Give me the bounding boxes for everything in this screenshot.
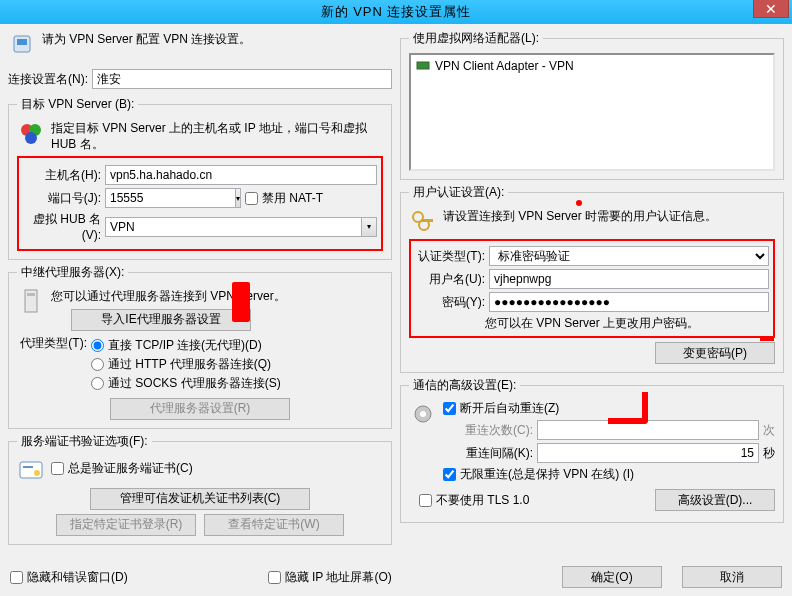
window-title: 新的 VPN 连接设置属性 xyxy=(321,3,472,21)
adapter-item-icon xyxy=(415,60,431,72)
pass-input[interactable] xyxy=(489,292,769,312)
svg-rect-10 xyxy=(417,62,429,69)
hide-ip-checkbox[interactable] xyxy=(268,571,281,584)
user-label: 用户名(U): xyxy=(415,271,485,288)
target-desc: 指定目标 VPN Server 上的主机名或 IP 地址，端口号和虚拟 HUB … xyxy=(51,119,383,152)
cancel-button[interactable]: 取消 xyxy=(682,566,782,588)
proxy-legend: 中继代理服务器(X): xyxy=(17,264,128,281)
proxy-server-icon xyxy=(17,287,45,315)
keys-icon xyxy=(409,207,437,235)
cert-icon xyxy=(17,456,45,484)
retry-interval-unit: 秒 xyxy=(763,445,775,462)
import-ie-button[interactable]: 导入IE代理服务器设置 xyxy=(71,309,251,331)
conn-name-label: 连接设置名(N): xyxy=(8,71,88,88)
auth-type-label: 认证类型(T): xyxy=(415,248,485,265)
svg-rect-8 xyxy=(23,466,33,468)
proxy-group: 中继代理服务器(X): 您可以通过代理服务器连接到 VPN Server。 导入… xyxy=(8,264,392,429)
advanced-legend: 通信的高级设置(E): xyxy=(409,377,520,394)
svg-point-15 xyxy=(420,411,426,417)
cert-legend: 服务端证书验证选项(F): xyxy=(17,433,152,450)
port-input[interactable] xyxy=(105,188,235,208)
cert-specify-button: 指定特定证书登录(R) xyxy=(56,514,196,536)
retry-interval-input[interactable] xyxy=(537,443,759,463)
host-input[interactable] xyxy=(105,165,377,185)
retry-interval-label: 重连间隔(K): xyxy=(443,445,533,462)
adapter-group: 使用虚拟网络适配器(L): VPN Client Adapter - VPN xyxy=(400,30,784,180)
cert-always-label: 总是验证服务端证书(C) xyxy=(68,460,193,477)
cert-manage-button[interactable]: 管理可信发证机关证书列表(C) xyxy=(90,488,310,510)
advanced-group: 通信的高级设置(E): 断开后自动重连(Z) 重连次数(C): 次 重连间隔(K… xyxy=(400,377,784,523)
cert-always-checkbox[interactable] xyxy=(51,462,64,475)
vpn-icon xyxy=(8,30,36,58)
hide-err-label: 隐藏和错误窗口(D) xyxy=(27,569,128,586)
svg-point-4 xyxy=(25,132,37,144)
target-server-group: 目标 VPN Server (B): 指定目标 VPN Server 上的主机名… xyxy=(8,96,392,260)
proxy-type-label: 代理类型(T): xyxy=(17,335,87,352)
infinite-retry-checkbox[interactable] xyxy=(443,468,456,481)
port-dropdown-arrow[interactable]: ▾ xyxy=(235,188,241,208)
svg-rect-6 xyxy=(27,293,35,296)
proxy-http-label: 通过 HTTP 代理服务器连接(Q) xyxy=(108,356,271,373)
no-tls10-label: 不要使用 TLS 1.0 xyxy=(436,492,529,509)
disable-nat-label: 禁用 NAT-T xyxy=(262,190,323,207)
config-header-text: 请为 VPN Server 配置 VPN 连接设置。 xyxy=(42,30,251,48)
hub-label: 虚拟 HUB 名(V): xyxy=(21,211,101,242)
adapter-listbox[interactable]: VPN Client Adapter - VPN xyxy=(409,53,775,171)
auth-type-select[interactable]: 标准密码验证 xyxy=(489,246,769,266)
cert-view-button: 查看特定证书(W) xyxy=(204,514,344,536)
auth-desc: 请设置连接到 VPN Server 时需要的用户认证信息。 xyxy=(443,207,717,225)
auto-reconnect-checkbox[interactable] xyxy=(443,402,456,415)
target-server-legend: 目标 VPN Server (B): xyxy=(17,96,138,113)
infinite-retry-label: 无限重连(总是保持 VPN 在线) (I) xyxy=(460,466,634,483)
hub-input[interactable] xyxy=(105,217,361,237)
proxy-http-radio[interactable] xyxy=(91,358,104,371)
proxy-settings-button: 代理服务器设置(R) xyxy=(110,398,290,420)
adapter-item-label: VPN Client Adapter - VPN xyxy=(435,59,574,73)
adv-settings-button[interactable]: 高级设置(D)... xyxy=(655,489,775,511)
hub-dropdown-arrow[interactable]: ▾ xyxy=(361,217,377,237)
pass-label: 密码(Y): xyxy=(415,294,485,311)
auth-group: 用户认证设置(A): 请设置连接到 VPN Server 时需要的用户认证信息。… xyxy=(400,184,784,373)
gear-icon xyxy=(409,400,437,428)
cert-group: 服务端证书验证选项(F): 总是验证服务端证书(C) 管理可信发证机关证书列表(… xyxy=(8,433,392,545)
auth-legend: 用户认证设置(A): xyxy=(409,184,508,201)
pass-hint: 您可以在 VPN Server 上更改用户密码。 xyxy=(415,315,769,332)
server-globe-icon xyxy=(17,119,45,147)
proxy-desc: 您可以通过代理服务器连接到 VPN Server。 xyxy=(51,287,383,305)
port-label: 端口号(J): xyxy=(21,190,101,207)
ok-button[interactable]: 确定(O) xyxy=(562,566,662,588)
proxy-direct-radio[interactable] xyxy=(91,339,104,352)
hide-err-checkbox[interactable] xyxy=(10,571,23,584)
proxy-socks-radio[interactable] xyxy=(91,377,104,390)
close-button[interactable]: ✕ xyxy=(753,0,789,18)
auto-reconnect-label: 断开后自动重连(Z) xyxy=(460,400,559,417)
adapter-legend: 使用虚拟网络适配器(L): xyxy=(409,30,543,47)
retry-count-unit: 次 xyxy=(763,422,775,439)
retry-count-input xyxy=(537,420,759,440)
user-input[interactable] xyxy=(489,269,769,289)
svg-point-9 xyxy=(34,470,40,476)
svg-rect-1 xyxy=(17,39,27,45)
host-label: 主机名(H): xyxy=(21,167,101,184)
conn-name-input[interactable] xyxy=(92,69,392,89)
proxy-socks-label: 通过 SOCKS 代理服务器连接(S) xyxy=(108,375,281,392)
hide-ip-label: 隐藏 IP 地址屏幕(O) xyxy=(285,569,392,586)
svg-rect-7 xyxy=(20,462,42,478)
disable-nat-checkbox[interactable] xyxy=(245,192,258,205)
no-tls10-checkbox[interactable] xyxy=(419,494,432,507)
change-pass-button[interactable]: 变更密码(P) xyxy=(655,342,775,364)
retry-count-label: 重连次数(C): xyxy=(443,422,533,439)
proxy-direct-label: 直接 TCP/IP 连接(无代理)(D) xyxy=(108,337,262,354)
